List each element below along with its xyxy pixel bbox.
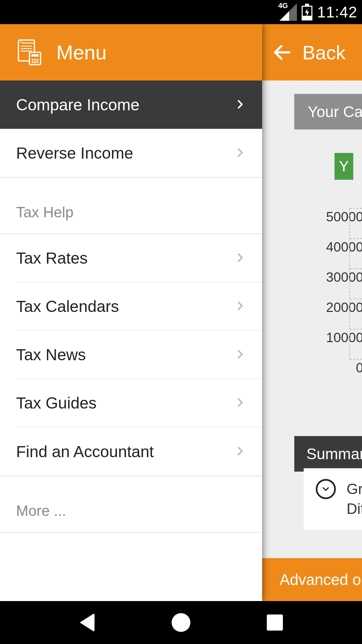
- menu-item-reverse-income[interactable]: Reverse Income: [0, 129, 262, 177]
- nav-drawer: Menu Compare Income Reverse Income Tax H…: [0, 24, 262, 601]
- menu-item-find-accountant[interactable]: Find an Accountant: [16, 427, 262, 476]
- menu-item-label: Tax Guides: [16, 394, 97, 412]
- svg-rect-5: [32, 54, 39, 57]
- advanced-options-button[interactable]: Advanced opt: [262, 558, 362, 601]
- chevron-right-icon: [234, 249, 246, 267]
- advanced-options-label: Advanced opt: [280, 571, 362, 589]
- android-nav-bar: [0, 601, 362, 644]
- cell-signal-icon: 4G: [280, 3, 297, 21]
- summary-header: Summary: [294, 436, 362, 472]
- summary-line-1: Gro: [347, 479, 362, 499]
- menu-item-label: Tax Rates: [16, 249, 87, 267]
- svg-point-11: [37, 61, 39, 63]
- svg-point-7: [34, 59, 36, 61]
- android-status-bar: 4G 11:42: [0, 0, 362, 24]
- network-type-label: 4G: [278, 1, 288, 10]
- section-header-tax-help: Tax Help: [0, 178, 262, 234]
- drawer-title: Menu: [56, 41, 107, 64]
- chevron-right-icon: [234, 297, 246, 316]
- battery-charging-icon: [302, 4, 312, 20]
- back-arrow-icon[interactable]: [272, 42, 293, 63]
- nav-back-button[interactable]: [75, 610, 99, 635]
- year-badge[interactable]: Y: [335, 153, 353, 180]
- y-tick: 0: [310, 361, 362, 391]
- svg-point-9: [32, 61, 34, 63]
- svg-point-8: [37, 59, 39, 61]
- app-logo-icon: [15, 38, 44, 67]
- chart-grid: [349, 208, 362, 360]
- nav-recents-button[interactable]: [263, 610, 287, 635]
- back-label[interactable]: Back: [302, 41, 346, 64]
- your-calc-tab[interactable]: Your Ca: [294, 94, 362, 129]
- expand-chevron-down-icon[interactable]: [316, 479, 336, 499]
- chevron-right-icon: [234, 442, 246, 461]
- svg-point-6: [32, 59, 34, 61]
- menu-item-label: Find an Accountant: [16, 442, 154, 461]
- nav-home-button[interactable]: [169, 610, 193, 635]
- drawer-app-bar: Menu: [0, 24, 262, 80]
- menu-item-tax-rates[interactable]: Tax Rates: [16, 234, 262, 282]
- menu-item-label: Compare Income: [16, 96, 139, 114]
- svg-point-10: [34, 61, 36, 63]
- section-header-more: More ...: [0, 476, 262, 533]
- main-page-behind-drawer: Back Your Ca Y 50000 40000 30000 20000 1…: [262, 24, 362, 601]
- page-app-bar: Back: [262, 24, 362, 80]
- chevron-right-icon: [234, 394, 246, 412]
- menu-item-label: Reverse Income: [16, 144, 133, 162]
- summary-line-2: Diff: [347, 499, 362, 519]
- chevron-right-icon: [234, 345, 246, 364]
- summary-labels: Gro Diff: [347, 479, 362, 519]
- menu-item-tax-guides[interactable]: Tax Guides: [16, 379, 262, 427]
- menu-item-tax-news[interactable]: Tax News: [16, 331, 262, 379]
- chevron-right-icon: [234, 144, 246, 162]
- chevron-right-icon: [234, 96, 246, 114]
- menu-item-tax-calendars[interactable]: Tax Calendars: [16, 282, 262, 331]
- status-clock: 11:42: [317, 3, 357, 21]
- menu-item-compare-income[interactable]: Compare Income: [0, 80, 262, 129]
- menu-item-label: Tax Calendars: [16, 297, 119, 316]
- summary-row[interactable]: Gro Diff: [304, 468, 362, 530]
- menu-item-label: Tax News: [16, 345, 86, 364]
